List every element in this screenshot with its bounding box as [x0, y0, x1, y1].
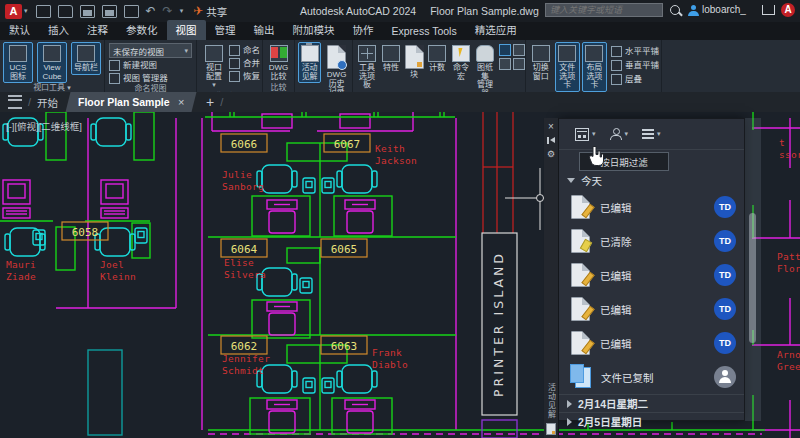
ribbon-filler	[662, 40, 800, 92]
ribbon-tab-1[interactable]: 插入	[39, 20, 78, 40]
tile-horizontally-button[interactable]: 水平平铺	[611, 45, 659, 57]
app-store-cart-icon[interactable]	[762, 5, 775, 15]
palette-toggle-icon[interactable]	[499, 58, 511, 70]
customize-caret-icon[interactable]: ▾	[180, 5, 184, 17]
user-filter-button[interactable]: ▾	[610, 128, 629, 140]
tool-palettes-button[interactable]: 工具 选项板	[356, 42, 378, 92]
open-file-icon[interactable]	[58, 5, 73, 18]
ribbon-tab-8[interactable]: 协作	[344, 20, 383, 40]
ribbon-tab-5[interactable]: 管理	[206, 20, 245, 40]
activity-item[interactable]: 已编辑TD	[559, 190, 744, 224]
ribbon-tab-0[interactable]: 默认	[0, 20, 39, 40]
svg-text:6062: 6062	[231, 340, 258, 353]
properties-button[interactable]: 特性	[380, 42, 402, 75]
ribbon-tab-7[interactable]: 附加模块	[284, 20, 344, 40]
file-menu-icon[interactable]	[8, 95, 22, 109]
file-tab-bar: / 开始 Floor Plan Sample × + /	[0, 92, 800, 113]
svg-text:6065: 6065	[331, 243, 358, 256]
dwg-compare-button[interactable]: DWG 比较	[266, 42, 291, 83]
date-filter-button[interactable]: ▾	[575, 128, 596, 141]
logo-caret-icon[interactable]: ▾	[24, 5, 28, 17]
user-initials-avatar: TD	[714, 230, 736, 252]
join-viewports-button[interactable]: 合并	[229, 57, 260, 69]
count-button[interactable]: 计数	[426, 42, 448, 75]
new-view-button[interactable]: 新建视图	[109, 59, 192, 71]
date-group-0[interactable]: 2月14日星期二	[559, 394, 744, 412]
dwg-history-button[interactable]: DWG 历史记录	[324, 42, 349, 99]
auto-hide-icon[interactable]	[547, 137, 556, 144]
ribbon-tab-10[interactable]: 精选应用	[466, 20, 526, 40]
close-palette-icon[interactable]: ×	[548, 121, 554, 133]
panel-scrollbar[interactable]	[745, 118, 761, 421]
person-avatar	[714, 366, 736, 388]
group-today[interactable]: 今天	[559, 171, 744, 190]
ribbon-tab-9[interactable]: Express Tools	[383, 23, 466, 40]
ribbon-tab-6[interactable]: 输出	[245, 20, 284, 40]
view-dropdown[interactable]: 未保存的视图▾	[109, 43, 192, 58]
file-tabs-button[interactable]: 文件 选项卡	[555, 42, 580, 92]
room-tag: 6066	[221, 134, 267, 152]
activity-insights-button[interactable]: 活动 见解	[298, 42, 321, 83]
save-icon[interactable]	[80, 5, 95, 18]
activity-list: 今天 已编辑TD已清除TD已编辑TD已编辑TD已编辑TD文件已复制 2月14日星…	[559, 171, 744, 430]
svg-text:6058: 6058	[72, 226, 99, 239]
user-avatar-icon[interactable]	[688, 5, 699, 16]
panel-history: 活动 见解 DWG 历史记录 历史记录 ▸	[295, 40, 353, 92]
view-manager-button[interactable]: 视图 管理器	[109, 72, 192, 84]
date-group-1[interactable]: 2月5日星期日	[559, 412, 744, 430]
user-initials-avatar: TD	[714, 332, 736, 354]
activity-item[interactable]: 已清除TD	[559, 224, 744, 258]
ribbon-tab-3[interactable]: 参数化	[117, 20, 167, 40]
chevron-right-icon	[567, 418, 572, 426]
scrollbar-thumb[interactable]	[749, 213, 756, 343]
named-viewports-button[interactable]: 命名	[229, 44, 260, 56]
svg-text:6064: 6064	[231, 243, 258, 256]
activity-label: 文件已复制	[601, 370, 654, 385]
search-input[interactable]	[545, 3, 663, 17]
blocks-button[interactable]: 块	[404, 42, 424, 82]
activity-item[interactable]: 已编辑TD	[559, 326, 744, 360]
svg-text:6067: 6067	[334, 138, 361, 151]
active-file-tab[interactable]: Floor Plan Sample ×	[66, 92, 197, 112]
viewport-controls[interactable]: [-][俯视][二维线框]	[6, 119, 82, 133]
plot-icon[interactable]	[124, 5, 139, 18]
restore-viewports-button[interactable]: 恢复	[229, 70, 260, 82]
list-icon	[642, 129, 654, 131]
palette-toggle-icon[interactable]	[499, 44, 511, 56]
autocad-logo-icon[interactable]: A	[5, 4, 22, 19]
redo-icon[interactable]: ↷	[163, 5, 173, 17]
event-type-filter-button[interactable]: ▾	[642, 129, 661, 139]
viewport-config-button[interactable]: 视口 配置▾	[200, 42, 228, 92]
viewcube-button[interactable]: View Cube	[37, 42, 67, 83]
switch-windows-button[interactable]: 切换 窗口	[529, 42, 553, 83]
chevron-right-icon	[567, 400, 572, 408]
share-button[interactable]: ✈ 共享	[193, 4, 227, 19]
ribbon-tab-2[interactable]: 注释	[78, 20, 117, 40]
save-as-icon[interactable]	[102, 5, 117, 18]
close-tab-icon[interactable]: ×	[178, 96, 184, 108]
cascade-button[interactable]: 层叠	[611, 73, 659, 85]
ucs-icon-button[interactable]: UCS 图标	[3, 42, 33, 83]
username[interactable]: loboarch_	[702, 4, 746, 15]
autodesk-account-icon[interactable]: A	[781, 3, 795, 17]
new-tab-icon[interactable]: +	[206, 94, 214, 110]
restore-viewports-icon	[229, 71, 240, 82]
new-file-icon[interactable]	[36, 5, 51, 18]
command-macros-button[interactable]: 命令 宏	[450, 42, 472, 83]
activity-item[interactable]: 已编辑TD	[559, 258, 744, 292]
navbar-button[interactable]: 导航栏	[71, 42, 101, 75]
palette-properties-icon[interactable]: ⚙	[547, 149, 555, 159]
edit-doc-icon	[571, 263, 590, 287]
edit-doc-icon	[571, 195, 590, 219]
start-tab[interactable]: 开始	[37, 95, 58, 110]
activity-item[interactable]: 文件已复制	[559, 360, 744, 394]
palette-toggle-icon[interactable]	[513, 44, 525, 56]
ribbon-tab-4[interactable]: 视图	[167, 20, 206, 40]
search-icon[interactable]	[670, 5, 680, 15]
undo-icon[interactable]: ↶	[146, 5, 156, 17]
view-manager-icon	[109, 73, 120, 84]
activity-item[interactable]: 已编辑TD	[559, 292, 744, 326]
tile-vertically-button[interactable]: 垂直平铺	[611, 59, 659, 71]
palette-toggle-icon[interactable]	[513, 58, 525, 70]
layout-tabs-button[interactable]: 布局 选项卡	[582, 42, 607, 92]
